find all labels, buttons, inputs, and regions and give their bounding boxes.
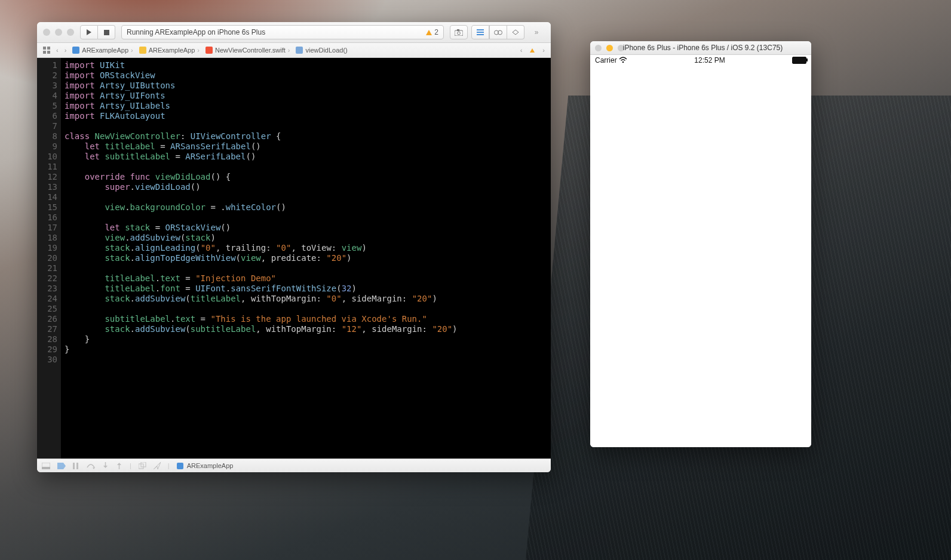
simulator-titlebar: iPhone 6s Plus - iPhone 6s Plus / iOS 9.… (590, 41, 811, 55)
step-out-button[interactable] (116, 462, 122, 469)
toolbar-overflow[interactable]: » (528, 26, 545, 39)
code-line[interactable]: import Artsy_UILabels (65, 101, 551, 111)
svg-rect-13 (47, 51, 50, 54)
warning-icon[interactable] (530, 48, 535, 52)
activity-status-bar[interactable]: Running ARExampleApp on iPhone 6s Plus 2 (121, 25, 444, 39)
ios-status-bar: Carrier 12:52 PM (590, 55, 811, 66)
warning-count: 2 (434, 28, 438, 36)
stop-button[interactable] (98, 25, 115, 39)
nav-forward-button[interactable]: › (62, 47, 69, 54)
code-line[interactable]: class NewViewController: UIViewControlle… (65, 131, 551, 141)
code-line[interactable]: subtitleLabel.text = "This is the app la… (65, 314, 551, 324)
svg-rect-11 (47, 47, 50, 50)
line-number: 22 (37, 273, 57, 284)
code-line[interactable]: let titleLabel = ARSansSerifLabel() (65, 141, 551, 152)
nav-back-button[interactable]: ‹ (54, 47, 61, 54)
line-number: 3 (37, 81, 57, 91)
code-line[interactable]: titleLabel.text = "Injection Demo" (65, 273, 551, 284)
assistant-editor-button[interactable] (489, 25, 507, 39)
debug-view-hierarchy-button[interactable] (139, 462, 146, 469)
jumpbar-item-symbol[interactable]: viewDidLoad() (293, 47, 349, 54)
line-number: 25 (37, 304, 57, 314)
traffic-minimize[interactable] (55, 29, 62, 36)
jumpbar-label: viewDidLoad() (305, 47, 347, 54)
step-over-icon (87, 463, 95, 469)
code-line[interactable]: } (65, 334, 551, 344)
hide-debug-area-button[interactable] (42, 463, 50, 469)
code-line[interactable] (65, 162, 551, 172)
step-into-button[interactable] (102, 462, 109, 469)
code-line[interactable]: super.viewDidLoad() (65, 182, 551, 192)
code-line[interactable] (65, 192, 551, 202)
code-line[interactable]: view.addSubview(stack) (65, 233, 551, 243)
xcode-window: Running ARExampleApp on iPhone 6s Plus 2 (37, 22, 551, 472)
counterpart-back[interactable]: ‹ (518, 47, 525, 54)
line-number: 15 (37, 202, 57, 213)
run-button[interactable] (80, 25, 98, 39)
code-line[interactable]: let stack = ORStackView() (65, 223, 551, 233)
code-line[interactable]: stack.addSubview(subtitleLabel, withTopM… (65, 324, 551, 334)
svg-point-27 (622, 61, 624, 63)
version-editor-button[interactable] (507, 25, 524, 39)
code-line[interactable]: stack.alignLeading("0", trailing: "0", t… (65, 243, 551, 253)
code-line[interactable]: import Artsy_UIFonts (65, 91, 551, 101)
standard-editor-button[interactable] (471, 25, 489, 39)
line-number: 5 (37, 101, 57, 111)
svg-rect-6 (477, 32, 484, 33)
panel-toggle-icon (42, 463, 50, 469)
code-line[interactable] (65, 121, 551, 131)
code-line[interactable]: stack.addSubview(titleLabel, withTopMarg… (65, 294, 551, 304)
code-area[interactable]: import UIKitimport ORStackViewimport Art… (61, 58, 551, 460)
jumpbar-label: ARExampleApp (82, 47, 128, 54)
svg-rect-4 (457, 29, 459, 31)
code-line[interactable] (65, 304, 551, 314)
code-line[interactable]: let subtitleLabel = ARSerifLabel() (65, 152, 551, 162)
step-into-icon (102, 462, 109, 469)
breakpoints-button[interactable] (57, 463, 66, 469)
code-line[interactable]: stack.alignTopEdgeWithView(view, predica… (65, 253, 551, 263)
code-line[interactable]: } (65, 344, 551, 355)
line-number: 11 (37, 162, 57, 172)
debug-process-selector[interactable]: ARExampleApp (177, 462, 234, 469)
source-editor[interactable]: 1234567891011121314151617181920212223242… (37, 58, 551, 460)
continue-button[interactable] (73, 463, 79, 469)
code-line[interactable]: override func viewDidLoad() { (65, 172, 551, 182)
code-line[interactable]: titleLabel.font = UIFont.sansSerifFontWi… (65, 284, 551, 294)
code-line[interactable]: import ORStackView (65, 70, 551, 81)
line-number: 19 (37, 243, 57, 253)
code-line[interactable] (65, 263, 551, 273)
jumpbar-item-file[interactable]: NewViewController.swift › (203, 47, 292, 54)
svg-marker-0 (87, 29, 91, 35)
chevron-right-icon: › (288, 47, 290, 54)
jumpbar-item-project[interactable]: ARExampleApp › (70, 47, 135, 54)
simulator-app-content[interactable] (590, 65, 811, 447)
svg-rect-5 (477, 29, 484, 30)
assistant-editor-icon (494, 29, 502, 36)
traffic-zoom[interactable] (67, 29, 74, 36)
svg-rect-12 (43, 51, 46, 54)
chevron-right-icon: › (131, 47, 133, 54)
svg-marker-16 (57, 463, 66, 469)
step-over-button[interactable] (87, 463, 95, 469)
counterpart-forward[interactable]: › (540, 47, 547, 54)
line-number-gutter: 1234567891011121314151617181920212223242… (37, 58, 61, 460)
code-line[interactable] (65, 213, 551, 223)
code-line[interactable]: import UIKit (65, 60, 551, 70)
step-out-icon (116, 462, 122, 469)
line-number: 12 (37, 172, 57, 182)
traffic-close[interactable] (43, 29, 50, 36)
snapshot-button[interactable] (450, 25, 468, 39)
code-line[interactable]: import FLKAutoLayout (65, 111, 551, 121)
related-items-menu[interactable] (41, 47, 53, 54)
version-editor-icon (511, 29, 520, 36)
carrier-label: Carrier (595, 56, 617, 64)
jumpbar-item-group[interactable]: ARExampleApp › (137, 47, 202, 54)
clock-label: 12:52 PM (694, 56, 725, 64)
code-line[interactable]: import Artsy_UIButtons (65, 81, 551, 91)
code-line[interactable] (65, 355, 551, 365)
simulate-location-button[interactable] (154, 462, 161, 469)
issues-indicator[interactable]: 2 (426, 28, 438, 36)
ios-simulator-window: iPhone 6s Plus - iPhone 6s Plus / iOS 9.… (590, 41, 811, 447)
code-line[interactable]: view.backgroundColor = .whiteColor() (65, 202, 551, 213)
line-number: 26 (37, 314, 57, 324)
